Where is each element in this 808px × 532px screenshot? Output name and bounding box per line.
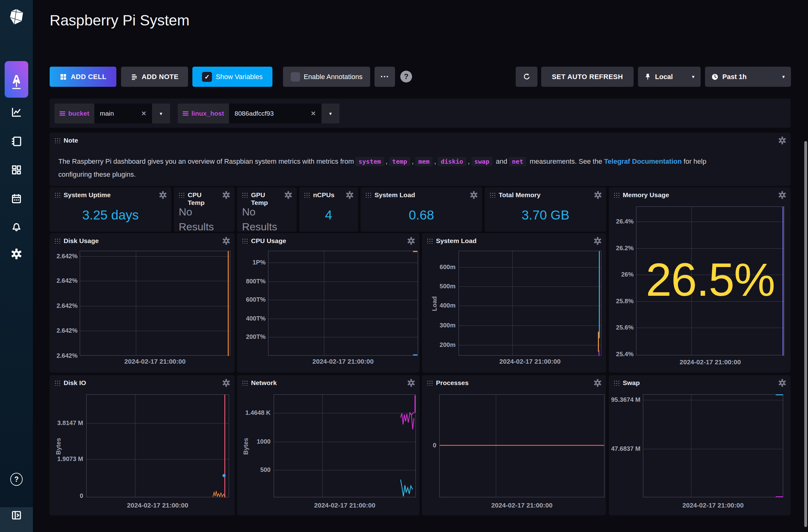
gear-icon[interactable] xyxy=(222,379,230,387)
tasks-calendar-icon[interactable] xyxy=(10,192,23,205)
y-tick: 200T% xyxy=(240,333,265,340)
variable-value[interactable]: 8086adfccf93 ✕ xyxy=(229,103,322,124)
drag-handle[interactable] xyxy=(54,192,60,198)
drag-handle[interactable] xyxy=(241,238,247,244)
chart-plot-area[interactable] xyxy=(274,394,416,497)
x-axis-label: 2024-02-17 21:00:00 xyxy=(459,358,601,365)
drag-handle[interactable] xyxy=(54,137,60,143)
series-mark xyxy=(413,251,417,252)
refresh-button[interactable] xyxy=(516,66,537,87)
gear-icon[interactable] xyxy=(407,237,415,245)
time-range-dropdown[interactable]: Past 1h ▾ xyxy=(705,66,791,87)
drag-handle[interactable] xyxy=(489,192,495,198)
chart-plot-area[interactable] xyxy=(459,251,601,356)
chevron-down-icon: ▾ xyxy=(160,111,162,117)
drag-handle[interactable] xyxy=(54,238,60,244)
series-sparkline xyxy=(213,490,225,497)
drag-handle[interactable] xyxy=(426,379,433,386)
drag-handle[interactable] xyxy=(54,379,60,386)
note-text: The Raspberry Pi dashboard gives you an … xyxy=(58,155,782,181)
ncpus-cell: nCPUs 4 xyxy=(299,187,358,232)
help-icon[interactable]: ? xyxy=(10,473,23,486)
cell-title: GPU Temp xyxy=(251,191,268,207)
cell-title: Total Memory xyxy=(499,191,540,199)
dashboards-icon[interactable] xyxy=(10,164,23,176)
chart-plot-area[interactable] xyxy=(80,251,230,356)
gridline xyxy=(459,325,601,326)
gear-icon[interactable] xyxy=(594,191,602,199)
enable-annotations-toggle[interactable]: Enable Annotations xyxy=(283,66,370,87)
gridline xyxy=(643,449,783,449)
cell-title: System Load xyxy=(374,191,415,199)
page-title[interactable]: Raspberry Pi System xyxy=(50,12,189,29)
cell-title: Disk Usage xyxy=(63,237,99,245)
gear-icon[interactable] xyxy=(470,191,478,199)
drag-handle[interactable] xyxy=(613,379,619,386)
timezone-dropdown[interactable]: Local ▾ xyxy=(638,66,701,87)
gear-icon[interactable] xyxy=(159,191,167,199)
alerts-bell-icon[interactable] xyxy=(10,221,23,233)
gear-icon[interactable] xyxy=(778,379,786,387)
drag-handle[interactable] xyxy=(178,192,184,198)
help-question-button[interactable]: ? xyxy=(400,71,412,82)
drag-handle[interactable] xyxy=(241,379,247,386)
y-tick: 300m xyxy=(431,322,456,329)
gear-icon[interactable] xyxy=(593,379,602,387)
chart-plot-area[interactable] xyxy=(643,394,783,497)
variable-icon xyxy=(183,111,188,116)
sidebar-toggle-icon[interactable] xyxy=(10,509,23,521)
chart-plot-area[interactable] xyxy=(439,394,604,497)
code-chip: diskio xyxy=(438,157,466,166)
sidebar: A ? xyxy=(0,0,33,532)
series-line xyxy=(224,395,225,498)
add-note-button[interactable]: ADD NOTE xyxy=(121,66,188,87)
drag-handle[interactable] xyxy=(304,192,310,198)
data-explorer-icon[interactable] xyxy=(10,106,23,118)
chart-plot-area[interactable] xyxy=(86,394,229,497)
drag-handle[interactable] xyxy=(241,192,247,198)
gear-icon[interactable] xyxy=(346,191,354,199)
stat-value: 3.70 GB xyxy=(485,208,606,223)
settings-gear-icon[interactable] xyxy=(10,248,23,260)
show-variables-toggle[interactable]: ✓ Show Variables xyxy=(192,66,272,87)
drag-handle[interactable] xyxy=(613,192,619,198)
y-tick: 500m xyxy=(431,283,456,290)
disk-usage-cell: Disk Usage 2.642% 2.642% 2.642% 2.642% 2… xyxy=(50,233,235,373)
checkbox-checked-icon[interactable]: ✓ xyxy=(202,72,212,82)
close-icon[interactable]: ✕ xyxy=(311,110,316,117)
gear-icon[interactable] xyxy=(222,191,230,199)
set-auto-refresh-button[interactable]: SET AUTO REFRESH xyxy=(541,66,633,87)
variable-caret-button[interactable]: ▾ xyxy=(152,103,170,124)
drag-handle[interactable] xyxy=(365,192,371,198)
influxdata-logo-icon[interactable] xyxy=(7,8,25,26)
telegraf-documentation-link[interactable]: Telegraf Documentation xyxy=(604,157,682,165)
variable-caret-button[interactable]: ▾ xyxy=(322,103,339,124)
series-mark xyxy=(776,496,783,497)
gear-icon[interactable] xyxy=(407,379,415,387)
upload-icon[interactable] xyxy=(10,78,23,91)
gear-icon[interactable] xyxy=(284,191,292,199)
vertical-scrollbar[interactable] xyxy=(804,141,807,527)
question-glyph: ? xyxy=(14,475,19,483)
gear-icon[interactable] xyxy=(778,136,786,145)
variable-value[interactable]: main ✕ xyxy=(94,103,152,124)
series-line xyxy=(598,332,599,352)
gear-icon[interactable] xyxy=(778,191,786,199)
gear-icon[interactable] xyxy=(593,237,602,245)
system-uptime-cell: System Uptime 3.25 days xyxy=(50,187,171,232)
add-cell-button[interactable]: ADD CELL xyxy=(50,66,116,87)
close-icon[interactable]: ✕ xyxy=(141,110,146,117)
checkbox-empty-icon[interactable] xyxy=(291,72,300,81)
variable-linux-host-dropdown[interactable]: linux_host 8086adfccf93 ✕ ▾ xyxy=(178,103,339,124)
note-segment: for help xyxy=(683,157,706,165)
notebooks-icon[interactable] xyxy=(10,135,23,148)
more-options-button[interactable]: ··· xyxy=(374,66,395,87)
stat-value: 0.68 xyxy=(361,208,482,223)
code-chip: mem xyxy=(415,157,433,166)
chart-plot-area[interactable] xyxy=(268,251,418,356)
gear-icon[interactable] xyxy=(222,237,230,245)
variable-bucket-dropdown[interactable]: bucket main ✕ ▾ xyxy=(55,103,170,124)
note-segment: measurements. See the xyxy=(530,157,602,165)
drag-handle[interactable] xyxy=(426,238,433,244)
series-sparkline xyxy=(400,412,415,430)
